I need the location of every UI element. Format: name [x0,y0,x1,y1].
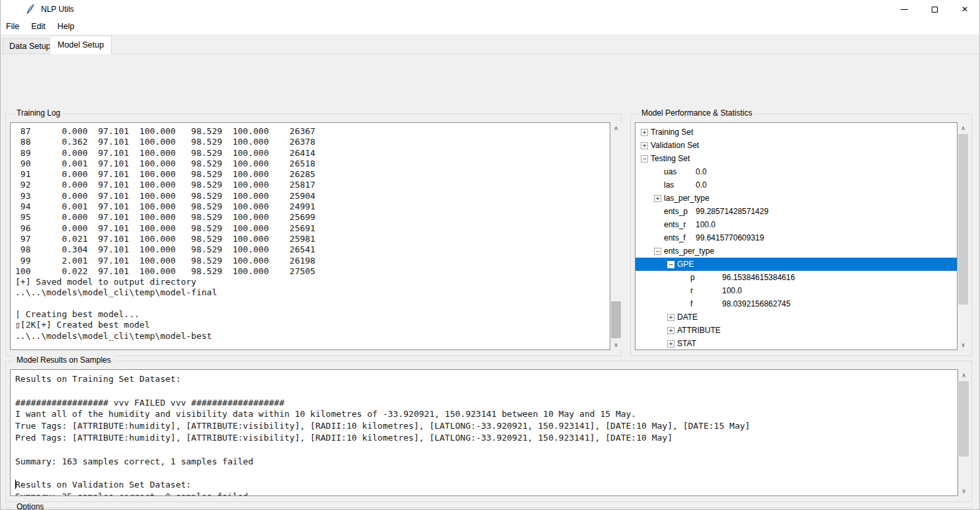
training-log-label: Training Log [14,108,63,118]
tab-page-model-setup: Training Log 87 0.000 97.101 100.000 98.… [0,54,980,510]
tree-item-training-set[interactable]: +Training Set [635,126,957,139]
tree-item-name: Training Set [651,126,696,139]
tree-item-ents-r[interactable]: ents_r100.0 [635,218,957,231]
collapse-icon[interactable]: − [667,261,674,268]
scroll-up-icon[interactable]: ∧ [958,122,969,133]
tree-item-name: ents_per_type [664,244,717,258]
tree-item-value: 100.0 [722,284,742,297]
performance-tree-scrollbar[interactable]: ∧ ∨ [958,122,969,350]
collapse-icon[interactable]: − [654,248,661,255]
close-button[interactable]: ✕ [950,0,980,18]
results-text: Results on Training Set Dataset: #######… [11,370,958,496]
tree-item-ents-per-type[interactable]: −ents_per_type [635,244,957,258]
expand-icon[interactable]: + [667,340,674,347]
expand-icon[interactable]: + [667,314,674,321]
tree-item-value: 100.0 [696,218,715,231]
tree-item-name: Testing Set [651,152,692,165]
tree-item-date[interactable]: +DATE [635,310,957,324]
scroll-down-icon[interactable]: ∨ [610,339,622,350]
scrollbar-thumb[interactable] [959,381,969,456]
options-frame: Options Train ModelLoad ModelClear Resul… [5,507,972,510]
results-frame: Model Results on Samples Results on Trai… [5,361,972,502]
options-label: Options [14,502,46,510]
results-scrollbar[interactable]: ∧ ∨ [958,369,969,496]
tree-item-ents-p[interactable]: ents_p99.28571428571429 [635,205,957,218]
scroll-down-icon[interactable]: ∨ [958,485,969,496]
menu-item-file[interactable]: File [0,20,25,33]
tree-item-value: 99.28571428571429 [696,205,768,218]
tree-item-las[interactable]: las0.0 [635,178,957,192]
tree-item-validation-set[interactable]: +Validation Set [635,139,957,152]
tree-item-name: las [664,178,696,192]
results-textarea[interactable]: Results on Training Set Dataset: #######… [10,369,958,496]
tree-item-uas[interactable]: uas0.0 [635,165,957,178]
scrollbar-thumb[interactable] [611,301,621,338]
expand-icon[interactable]: + [654,195,661,202]
performance-label: Model Performance & Statistics [639,108,755,118]
tree-item-stat[interactable]: +STAT [635,337,957,350]
menu-item-help[interactable]: Help [52,20,81,33]
tree-item-f[interactable]: f98.0392156862745 [635,297,957,310]
tree-item-name: GPE [677,258,709,271]
scroll-up-icon[interactable]: ∧ [610,122,622,133]
training-log-scrollbar[interactable]: ∧ ∨ [610,122,622,350]
scrollbar-thumb[interactable] [958,134,968,305]
tab-model-setup[interactable]: Model Setup [50,36,112,54]
tree-item-name: ents_r [664,218,696,231]
close-icon: ✕ [961,5,968,13]
tree-item-name: Validation Set [651,139,702,152]
expand-icon[interactable]: + [667,327,674,334]
scroll-down-icon[interactable]: ∨ [958,339,969,350]
minimize-icon [901,9,908,10]
tree-item-gpe[interactable]: −GPE [635,258,957,271]
scroll-up-icon[interactable]: ∧ [958,369,969,381]
collapse-icon[interactable]: − [641,155,648,163]
performance-tree[interactable]: +Training Set+Validation Set−Testing Set… [635,122,958,350]
minimize-button[interactable] [889,0,919,18]
app-feather-icon [25,4,36,15]
tree-item-value: 0.0 [696,178,707,192]
window-title: NLP Utils [41,5,74,14]
expand-icon[interactable]: + [641,142,648,149]
tree-item-value: 99.6415770609319 [696,231,764,244]
tree-item-testing-set[interactable]: −Testing Set [635,152,957,165]
tree-item-ents-f[interactable]: ents_f99.6415770609319 [635,231,957,244]
tree-item-name: ents_p [664,205,696,218]
training-log-frame: Training Log 87 0.000 97.101 100.000 98.… [5,114,622,356]
performance-frame: Model Performance & Statistics +Training… [630,114,972,356]
menu-bar: FileEditHelp [0,18,980,34]
maximize-icon [932,7,938,13]
tree-item-r[interactable]: r100.0 [635,284,957,297]
tree-item-name: ents_f [664,231,696,244]
text-cursor [15,480,16,489]
tree-item-p[interactable]: p96.15384615384616 [635,271,957,284]
training-log-textarea[interactable]: 87 0.000 97.101 100.000 98.529 100.000 2… [10,122,610,350]
training-log-text: 87 0.000 97.101 100.000 98.529 100.000 2… [11,123,610,342]
maximize-button[interactable] [919,0,950,18]
tree-item-value: 98.0392156862745 [722,297,790,310]
tree-item-name: STAT [677,337,709,350]
tree-item-name: las_per_type [664,192,712,205]
tab-strip: Data SetupModel Setup [0,34,980,54]
expand-icon[interactable]: + [641,129,648,136]
tree-item-name: p [690,271,722,284]
title-bar: NLP Utils ✕ [0,0,980,18]
results-label: Model Results on Samples [14,355,114,365]
tree-item-name: ATTRIBUTE [677,324,723,337]
tree-item-value: 96.15384615384616 [722,271,795,284]
tree-item-las-per-type[interactable]: +las_per_type [635,192,957,205]
tree-item-name: DATE [677,310,709,324]
tree-item-value: 0.0 [696,165,707,178]
tree-item-name: uas [664,165,696,178]
tree-item-name: r [690,284,722,297]
tree-item-attribute[interactable]: +ATTRIBUTE [635,324,957,337]
tree-item-name: f [690,297,722,310]
menu-item-edit[interactable]: Edit [25,20,52,33]
